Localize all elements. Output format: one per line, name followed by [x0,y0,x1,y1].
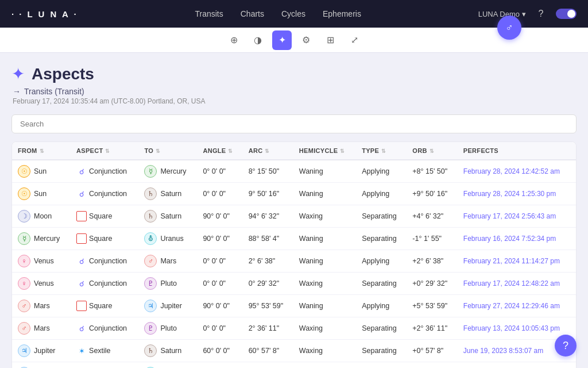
nav-link-cycles[interactable]: Cycles [281,9,305,18]
col-header-type[interactable]: TYPE⇅ [356,142,407,160]
theme-toggle[interactable] [556,9,577,19]
arc-value: 95° 53' 59" [243,295,293,317]
nav-link-ephemeris[interactable]: Ephemeris [323,9,361,18]
planet-icon-from: ☿ [18,232,30,245]
to-label: Saturn [160,212,181,220]
col-header-aspect[interactable]: ASPECT⇅ [71,142,138,160]
col-header-to[interactable]: TO⇅ [138,142,197,160]
planet-icon-to: ☿ [144,165,157,178]
table-row: ♂Mars☌Conjunction♇Pluto0° 0' 0"2° 36' 11… [12,317,576,340]
search-input[interactable] [11,114,577,133]
share-icon[interactable]: ⤢ [345,30,364,50]
sort-icon-to: ⇅ [156,148,160,154]
type-value: Separating [356,205,407,228]
arc-value: 8° 15' 50" [243,160,293,183]
table-row: ♃Jupiter✶Sextile♄Saturn60° 0' 0"60° 57' … [12,340,576,362]
sort-icon-angle: ⇅ [228,148,233,154]
perfects-link[interactable]: June 19, 2023 8:53:07 am [463,347,543,355]
col-header-orb[interactable]: ORB⇅ [407,142,458,160]
nav-link-charts[interactable]: Charts [241,9,264,18]
angle-value: 90° 0' 0" [197,228,242,250]
sort-icon-from: ⇅ [40,148,44,154]
aspects-icon[interactable]: ✦ [272,30,292,50]
table-row: ☉Sun☌Conjunction♄Saturn0° 0' 0"9° 50' 16… [12,183,576,205]
from-label: Mars [34,302,50,310]
aspect-icon: ☌ [76,256,87,266]
arc-value: 88° 58' 4" [243,228,293,250]
table-row: ♀Venus☌Conjunction♂Mars0° 0' 0"2° 6' 38"… [12,250,576,273]
perfects-link[interactable]: February 27, 2024 12:29:46 am [463,302,560,310]
sort-icon-orb: ⇅ [430,148,434,154]
perfects-link[interactable]: February 17, 2024 2:56:43 am [463,212,556,220]
type-value: Applying [356,295,407,317]
angle-value: 0° 0' 0" [197,273,242,295]
aspect-icon: ☌ [76,278,87,289]
planet-selector-button[interactable]: ♂ [497,16,521,40]
type-value: Separating [356,317,407,340]
table-row: ♂MarsSquare♃Jupiter90° 0' 0"95° 53' 59"W… [12,295,576,317]
chevron-down-icon: ▾ [522,10,526,18]
aspect-label: Conjunction [89,257,127,265]
layers-icon[interactable]: ◑ [248,30,268,50]
page-title: Aspects [32,65,94,83]
from-label: Sun [34,190,47,198]
type-value: Separating [356,273,407,295]
aspects-table-container: FROM⇅ASPECT⇅TO⇅ANGLE⇅ARC⇅HEMICYCLE⇅TYPE⇅… [11,141,577,368]
angle-value: 0° 0' 0" [197,183,242,205]
main-nav: TransitsChartsCyclesEphemeris [195,9,361,18]
angle-value: 60° 0' 0" [197,340,242,362]
col-header-arc[interactable]: ARC⇅ [243,142,293,160]
arc-value: 2° 36' 11" [243,317,293,340]
planet-icon-from: ♂ [18,300,30,312]
planet-icon-from: ☽ [18,210,30,223]
planet-icon-to: ♄ [144,187,157,200]
planet-icon-to: ♇ [144,322,157,335]
type-value: Applying [356,183,407,205]
nav-link-transits[interactable]: Transits [195,9,223,18]
transit-date: February 17, 2024 10:35:44 am (UTC-8.00)… [13,97,577,105]
perfects-link[interactable]: February 16, 2024 7:52:34 pm [463,235,556,243]
angle-value: 90° 0' 0" [197,205,242,228]
col-header-angle[interactable]: ANGLE⇅ [197,142,242,160]
perfects-link[interactable]: February 13, 2024 10:05:43 pm [463,324,560,332]
hemicycle-value: Waxing [293,205,356,228]
from-label: Moon [34,212,52,220]
help-icon-button[interactable]: ? [534,7,548,21]
globe-icon[interactable]: ⊕ [224,30,243,50]
aspect-icon [76,233,87,244]
to-label: Pluto [160,279,177,288]
hemicycle-value: Waning [293,295,356,317]
hierarchy-icon[interactable]: ⊞ [320,30,340,50]
col-header-from[interactable]: FROM⇅ [12,142,71,160]
help-fab-button[interactable]: ? [555,335,577,356]
col-header-hemicycle[interactable]: HEMICYCLE⇅ [293,142,356,160]
perfects-link[interactable]: February 17, 2024 12:48:22 am [463,279,560,288]
aspect-icon [76,211,87,221]
gear-icon[interactable]: ⚙ [296,30,316,50]
hemicycle-value: Waning [293,183,356,205]
to-label: Pluto [160,324,177,332]
from-label: Mars [34,324,50,332]
perfects-link[interactable]: February 21, 2024 11:14:27 pm [463,257,560,265]
arrow-icon: → [13,87,21,96]
sort-icon-type: ⇅ [381,148,386,154]
planet-icon-from: ♀ [18,255,30,267]
user-menu-button[interactable]: LUNA Demo ▾ [478,10,526,18]
angle-value: 0° 0' 0" [197,250,242,273]
type-value: Applying [356,362,407,369]
aspect-label: Conjunction [89,190,127,198]
page-header: ✦ Aspects [11,64,577,83]
col-header-perfects[interactable]: PERFECTS [458,142,576,160]
perfects-link[interactable]: February 28, 2024 1:25:30 pm [463,190,556,198]
to-label: Mars [160,257,176,265]
table-row: ☿MercurySquare⛢Uranus90° 0' 0"88° 58' 4"… [12,228,576,250]
to-label: Saturn [160,347,181,355]
perfects-link[interactable]: February 28, 2024 12:42:52 am [463,167,560,175]
aspect-label: Sextile [89,347,111,355]
angle-value: 90° 0' 0" [197,295,242,317]
planet-icon-from: ♃ [18,344,30,357]
arc-value: 60° 57' 8" [243,340,293,362]
aspect-icon: ☌ [76,323,87,334]
main-content: ✦ Aspects → Transits (Transit) February … [0,53,588,368]
aspect-icon: ☌ [76,189,87,199]
